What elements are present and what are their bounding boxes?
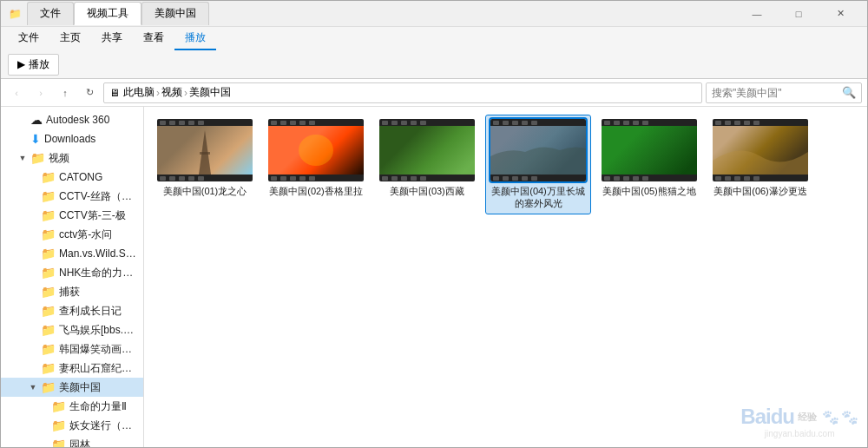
folder-icon: 📁 — [41, 323, 56, 337]
title-bar: 📁 文件 视频工具 美颜中国 — □ ✕ — [1, 1, 867, 27]
film-strip-bottom — [602, 175, 697, 181]
sidebar-item-man-vs-wild[interactable]: 📁 Man.vs.Wild.S01-S07.MiXE — [1, 244, 143, 263]
sidebar-item-meilizhongguo[interactable]: ▼ 📁 美颜中国 — [1, 378, 143, 397]
file-item-04[interactable]: 美颜中国(04)万里长城的塞外风光 — [486, 115, 590, 214]
paw-icon-2: 🐾 — [841, 409, 858, 425]
play-button[interactable]: ▶ 播放 — [8, 54, 59, 76]
ribbon-tab-play[interactable]: 播放 — [174, 27, 216, 50]
file-item-02[interactable]: 美颜中国(02)香格里拉 — [264, 115, 368, 214]
folder-icon: 📁 — [41, 266, 56, 280]
ribbon-tab-home[interactable]: 主页 — [49, 27, 91, 50]
title-tab-filemgr[interactable]: 文件 — [27, 2, 74, 25]
address-bar: ‹ › ↑ ↻ 🖥 此电脑 › 视频 › 美颜中国 🔍 — [1, 79, 867, 107]
expand-icon — [18, 115, 27, 124]
sidebar-item-zhafuchang[interactable]: 📁 查利成长日记 — [1, 301, 143, 320]
sidebar-item-cctv-san[interactable]: 📁 CCTV第-三-极 — [1, 206, 143, 225]
expand-icon: ▼ — [29, 383, 37, 392]
ribbon-tab-view[interactable]: 查看 — [133, 27, 174, 50]
sidebar-item-capture[interactable]: 📁 捕获 — [1, 282, 143, 301]
expand-icon — [29, 287, 37, 296]
folder-icon-meilizhongguo: 📁 — [41, 380, 56, 394]
sidebar-label-yaonvmixing: 妖女迷行（1-5）季 — [69, 418, 136, 433]
sidebar-item-cctv-silko[interactable]: 📁 CCTV-丝路（全6集） — [1, 187, 143, 206]
sidebar-item-videos[interactable]: ▼ 📁 视频 — [1, 148, 143, 168]
close-button[interactable]: ✕ — [820, 1, 860, 27]
nav-back-button[interactable]: ‹ — [6, 82, 27, 103]
sidebar-label-videos: 视频 — [49, 151, 69, 166]
film-strip-top — [379, 119, 475, 126]
sidebar-item-yaonvmixing[interactable]: 📁 妖女迷行（1-5）季 — [1, 416, 143, 435]
ribbon: 文件 主页 共享 查看 播放 ▶ 播放 — [1, 27, 867, 79]
play-icon: ▶ — [17, 58, 25, 70]
folder-icon: 📁 — [41, 361, 56, 375]
ribbon-tab-share[interactable]: 共享 — [91, 27, 133, 50]
nav-forward-button[interactable]: › — [30, 82, 51, 103]
sidebar-item-downloads[interactable]: ⬇ Downloads — [1, 129, 143, 148]
title-bar-controls: — □ ✕ — [737, 1, 860, 27]
sidebar-item-catong[interactable]: 📁 CATONG — [1, 168, 143, 187]
file-label-04: 美颜中国(04)万里长城的塞外风光 — [490, 185, 586, 210]
sidebar-item-feiniao[interactable]: 📁 飞鸟娱乐[bbs.hdbird.com]. — [1, 320, 143, 339]
file-item-03[interactable]: 美颜中国(03)西藏 — [375, 115, 479, 214]
sidebar-item-cctv-water[interactable]: 📁 cctv第-水问 — [1, 225, 143, 244]
maximize-button[interactable]: □ — [779, 1, 819, 27]
watermark-paws: 🐾 🐾 — [822, 409, 858, 425]
sidebar-item-yuanlin[interactable]: 📁 园林 — [1, 435, 143, 447]
file-label-06: 美颜中国(06)瀑沙更迭 — [713, 185, 807, 197]
nav-up-button[interactable]: ↑ — [55, 82, 76, 103]
folder-icon-videos: 📁 — [30, 151, 45, 165]
sidebar-label-yuanlin: 园林 — [69, 438, 90, 448]
file-item-05[interactable]: 美颜中国(05)熊猫之地 — [597, 115, 701, 214]
film-strip-top — [490, 119, 586, 126]
folder-icon: 📁 — [51, 438, 66, 447]
expand-icon — [39, 440, 48, 447]
file-item-01[interactable]: 美颜中国(01)龙之心 — [153, 115, 257, 214]
sidebar-label-catong: CATONG — [59, 171, 102, 183]
expand-icon — [29, 306, 37, 315]
title-bar-left: 📁 文件 视频工具 美颜中国 — [8, 2, 209, 25]
folder-icon-catong: 📁 — [41, 170, 56, 184]
title-tab-videotools[interactable]: 视频工具 — [74, 2, 141, 25]
path-part-1: 此电脑 — [123, 85, 155, 100]
file-item-06[interactable]: 美颜中国(06)瀑沙更迭 — [708, 115, 812, 214]
sidebar-label-qijishan: 妻积山石窟纪录片 — [59, 361, 136, 376]
ribbon-tab-file[interactable]: 文件 — [8, 27, 49, 50]
minimize-button[interactable]: — — [737, 1, 777, 27]
expand-icon — [29, 230, 37, 239]
sidebar-label-cctv-water: cctv第-水问 — [59, 227, 112, 242]
thumb-image-01 — [157, 126, 253, 175]
expand-icon — [29, 249, 37, 258]
watermark-right: 经验 — [798, 411, 817, 424]
expand-icon — [29, 211, 37, 220]
film-strip-06 — [713, 119, 808, 181]
ribbon-tabs: 文件 主页 共享 查看 播放 — [1, 27, 867, 50]
files-grid: 美颜中国(01)龙之心 — [153, 115, 858, 214]
sidebar-label-shengming2: 生命的力量Ⅱ — [69, 399, 127, 414]
sidebar-label-downloads: Downloads — [44, 133, 95, 145]
film-strip-top — [268, 119, 364, 126]
search-icon: 🔍 — [842, 86, 856, 99]
sidebar-item-shengming2[interactable]: 📁 生命的力量Ⅱ — [1, 397, 143, 416]
watermark-jingyian: 经验 — [798, 411, 817, 424]
address-path[interactable]: 🖥 此电脑 › 视频 › 美颜中国 — [103, 82, 702, 103]
film-strip-05 — [602, 119, 697, 181]
folder-icon: 📁 — [41, 304, 56, 318]
search-box[interactable]: 🔍 — [706, 82, 862, 103]
sidebar-item-autodesk[interactable]: ☁ Autodesk 360 — [1, 110, 143, 129]
search-input[interactable] — [712, 87, 842, 99]
film-strip-bottom — [157, 175, 253, 181]
thumb-image-02 — [268, 126, 364, 175]
sidebar-item-hanguobaobei[interactable]: 📁 韩国爆笑动画《Larva》小虫 — [1, 339, 143, 359]
thumbnail-03 — [379, 119, 475, 181]
nav-refresh-button[interactable]: ↻ — [79, 82, 100, 103]
sidebar-item-qijishan[interactable]: 📁 妻积山石窟纪录片 — [1, 359, 143, 378]
sidebar-item-nhk-life[interactable]: 📁 NHK生命的力量 Life Force! — [1, 263, 143, 282]
film-strip-top — [602, 119, 697, 126]
folder-icon: 📁 — [41, 285, 56, 299]
expand-icon — [29, 326, 37, 334]
film-strip-04 — [490, 119, 586, 181]
thumbnail-02 — [268, 119, 364, 181]
main-area: ☁ Autodesk 360 ⬇ Downloads ▼ 📁 视频 📁 CATO… — [1, 107, 867, 447]
folder-icon: 📁 — [41, 227, 56, 241]
title-tab-meili[interactable]: 美颜中国 — [141, 2, 209, 25]
